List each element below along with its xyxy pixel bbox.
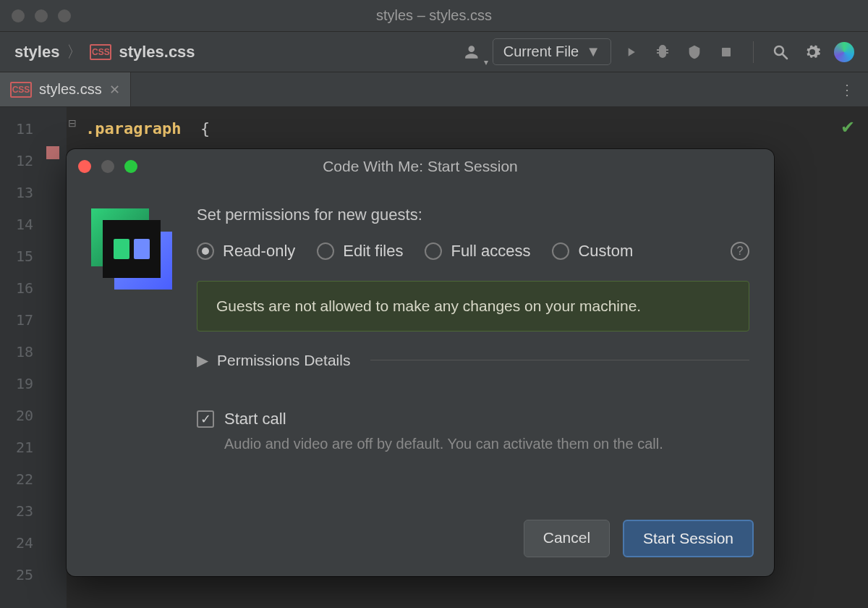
line-number: 20 (0, 400, 42, 431)
line-number: 12 (0, 145, 42, 177)
start-session-button[interactable]: Start Session (623, 520, 754, 557)
window-title: styles – styles.css (0, 7, 868, 24)
gutter-markers (42, 107, 67, 608)
run-configuration-select[interactable]: Current File ▼ (493, 38, 611, 65)
dialog-titlebar: Code With Me: Start Session (67, 149, 774, 184)
breadcrumb[interactable]: styles 〉 CSS styles.css (14, 41, 195, 63)
disclosure-label: Permissions Details (217, 352, 350, 369)
tab-more-icon[interactable]: ⋮ (840, 81, 856, 98)
fold-handle-icon[interactable]: ⊟ (68, 117, 77, 129)
debug-icon[interactable] (650, 40, 675, 64)
radio-full-access[interactable]: Full access (425, 242, 530, 261)
radio-label: Custom (578, 242, 633, 261)
divider (370, 360, 749, 360)
close-tab-icon[interactable]: ✕ (109, 82, 120, 98)
permissions-details-disclosure[interactable]: ▶ Permissions Details (197, 352, 749, 369)
line-number: 17 (0, 304, 42, 336)
line-number: 18 (0, 336, 42, 368)
line-number: 16 (0, 272, 42, 304)
editor-tabs: CSS styles.css ✕ ⋮ (0, 72, 868, 107)
line-number: 22 (0, 463, 42, 495)
run-config-label: Current File (503, 43, 579, 60)
disclosure-triangle-icon: ▶ (197, 352, 208, 369)
toolbar-divider (753, 41, 754, 63)
add-user-icon[interactable]: ▾ (461, 40, 485, 64)
css-file-icon: CSS (90, 44, 111, 60)
line-number-gutter: 11 12 13 14 15 16 17 18 19 20 21 22 23 2… (0, 107, 42, 608)
breadcrumb-project[interactable]: styles (14, 43, 59, 62)
search-icon[interactable] (768, 40, 793, 64)
analysis-ok-icon[interactable]: ✔ (841, 117, 855, 138)
radio-icon (425, 242, 442, 260)
radio-icon (197, 242, 214, 260)
window-titlebar: styles – styles.css (0, 0, 868, 32)
checkbox-icon: ✓ (197, 410, 214, 428)
permission-radio-group: Read-only Edit files Full access Custom … (197, 242, 749, 261)
line-number: 19 (0, 368, 42, 400)
coverage-icon[interactable] (682, 40, 707, 64)
stop-icon[interactable] (714, 40, 739, 64)
line-number: 21 (0, 431, 42, 463)
radio-label: Edit files (343, 242, 403, 261)
line-number: 14 (0, 208, 42, 240)
radio-custom[interactable]: Custom (552, 242, 633, 261)
code-with-me-icon[interactable] (832, 40, 856, 64)
code-with-me-dialog: Code With Me: Start Session Set permissi… (67, 149, 774, 576)
line-number: 25 (0, 559, 42, 591)
checkbox-label: Start call (224, 410, 286, 428)
css-file-icon: CSS (10, 82, 32, 98)
breadcrumb-file[interactable]: styles.css (119, 43, 195, 62)
help-icon[interactable]: ? (731, 242, 749, 261)
gear-icon[interactable] (800, 40, 825, 64)
file-tab-active[interactable]: CSS styles.css ✕ (0, 72, 131, 106)
line-number: 13 (0, 177, 42, 208)
permissions-heading: Set permissions for new guests: (197, 206, 749, 224)
chevron-down-icon: ▼ (586, 43, 600, 60)
code-line[interactable]: .paragraph { (67, 113, 868, 145)
cancel-button[interactable]: Cancel (524, 520, 610, 557)
color-swatch-marker[interactable] (46, 146, 59, 159)
main-toolbar: styles 〉 CSS styles.css ▾ Current File ▼ (0, 32, 868, 72)
permission-info-box: Guests are not allowed to make any chang… (197, 281, 749, 332)
svg-rect-0 (722, 48, 731, 56)
run-icon[interactable] (618, 40, 643, 64)
radio-label: Full access (451, 242, 530, 261)
start-call-checkbox[interactable]: ✓ Start call (197, 410, 749, 428)
svg-line-2 (783, 54, 787, 59)
dialog-app-icon (91, 206, 172, 505)
line-number: 23 (0, 495, 42, 527)
dialog-title: Code With Me: Start Session (67, 158, 774, 175)
file-tab-label: styles.css (39, 81, 102, 98)
line-number: 11 (0, 113, 42, 145)
radio-edit-files[interactable]: Edit files (317, 242, 403, 261)
start-call-subtext: Audio and video are off by default. You … (224, 436, 749, 452)
line-number: 15 (0, 240, 42, 272)
radio-icon (552, 242, 569, 260)
radio-icon (317, 242, 334, 260)
breadcrumb-separator: 〉 (67, 41, 82, 63)
line-number: 24 (0, 527, 42, 559)
radio-label: Read-only (223, 242, 295, 261)
radio-read-only[interactable]: Read-only (197, 242, 295, 261)
dialog-footer: Cancel Start Session (67, 505, 774, 576)
